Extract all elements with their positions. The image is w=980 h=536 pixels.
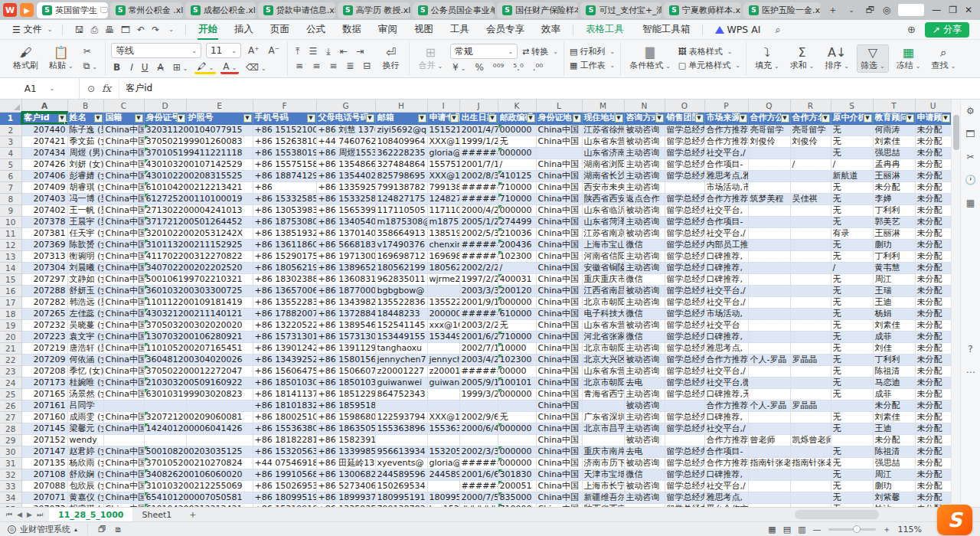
cell[interactable]: 710000 — [498, 331, 536, 342]
cell[interactable] — [427, 400, 459, 411]
cell[interactable]: 留学总经办 — [665, 262, 704, 273]
cell[interactable]: +86 13439252 — [253, 354, 316, 365]
cell[interactable]: 未分配 — [915, 159, 951, 170]
cell[interactable]: 207369 — [21, 239, 67, 250]
cell[interactable]: 207297 — [21, 273, 67, 285]
cell[interactable]: 新航道 — [831, 170, 873, 181]
row-header[interactable]: 19 — [0, 319, 21, 331]
cell[interactable]: China中国 — [536, 319, 582, 331]
cell[interactable]: 2001/7/14 — [459, 159, 498, 170]
column-header-C[interactable]: C — [103, 100, 144, 112]
cell[interactable]: 207304 — [21, 262, 67, 273]
cell[interactable]: 上海市长宁 — [582, 480, 624, 492]
cell[interactable]: 无 — [498, 136, 536, 147]
tab-table-tools[interactable]: 表格工具 — [577, 21, 632, 38]
cell[interactable] — [427, 285, 459, 296]
row-header[interactable]: 35 — [0, 503, 21, 507]
cell[interactable]: 未分配 — [915, 388, 951, 400]
cell[interactable]: 未分配 — [915, 250, 951, 262]
cell[interactable]: 留学总经办 — [665, 124, 704, 136]
cell[interactable]: 956613934 — [375, 446, 427, 457]
cell[interactable]: 赵君婷 (女 — [67, 446, 103, 457]
cell[interactable]: 口碑推荐, — [704, 273, 748, 285]
wrap-text-button[interactable]: ⏎ 换行 — [377, 45, 403, 72]
cell[interactable]: China中国 — [103, 273, 144, 285]
cell[interactable]: 山东省东营 — [582, 136, 624, 147]
cell[interactable]: +86 13657006 — [253, 285, 316, 296]
filter-header-cell[interactable]: 邮箱▼ — [375, 112, 427, 124]
cell[interactable]: China中国 — [103, 492, 144, 503]
finance-system-button[interactable]: ◎ 业财管理系统 ▴ — [8, 524, 77, 535]
cell[interactable]: 未分配 — [915, 181, 951, 193]
cell[interactable]: 360481200304020026 — [144, 354, 186, 365]
cell[interactable]: 胡睿琪 (女 — [67, 181, 103, 193]
cell[interactable]: +86 18141137 — [253, 388, 316, 400]
cell[interactable] — [103, 434, 144, 446]
filter-header-cell[interactable]: 手机号码▼ — [253, 112, 316, 124]
cell[interactable]: 799138782 — [375, 503, 427, 507]
cell[interactable]: XXX@163. — [427, 136, 459, 147]
cell[interactable] — [427, 342, 459, 354]
cell[interactable]: 210036 — [498, 227, 536, 239]
cell[interactable]: 124827175 — [427, 193, 459, 204]
row-header[interactable]: 27 — [0, 411, 21, 423]
cell[interactable]: 180562199 — [375, 262, 427, 273]
cell[interactable]: 主动咨询 — [624, 411, 665, 423]
cell[interactable]: China中国 — [103, 503, 144, 507]
cell[interactable]: 留学总经办 — [665, 319, 704, 331]
prev-sheet-icon[interactable]: ◀ — [17, 511, 22, 518]
cell[interactable]: 207160 — [21, 411, 67, 423]
menu-开始[interactable]: 开始 — [190, 21, 226, 38]
cell[interactable] — [748, 469, 790, 480]
cell[interactable]: China中国 — [536, 469, 582, 480]
cell[interactable]: 山东省东营 — [582, 319, 624, 331]
cell[interactable]: 207071 — [21, 492, 67, 503]
cell[interactable]: China中国 — [536, 204, 582, 216]
cell[interactable]: 32010220020531242X — [144, 227, 186, 239]
cell[interactable]: 200436 — [498, 239, 536, 250]
cell[interactable]: 成雨雯 (女 — [67, 411, 103, 423]
cell[interactable] — [748, 204, 790, 216]
cell[interactable]: 未分配 — [915, 285, 951, 296]
row-header[interactable]: 12 — [0, 239, 21, 250]
cell[interactable]: 强思喆 — [873, 457, 915, 469]
filter-header-cell[interactable]: 教育顾问▼ — [873, 112, 915, 124]
cell[interactable] — [748, 147, 790, 159]
filter-header-cell[interactable]: 市场来源▼ — [704, 112, 748, 124]
first-sheet-icon[interactable]: ⏮ — [6, 511, 12, 519]
cell[interactable]: 2000/6/4 — [459, 423, 498, 434]
cell[interactable]: 130703200106280921 — [144, 331, 186, 342]
cell[interactable]: 无 — [831, 136, 873, 147]
row-header[interactable]: 5 — [0, 159, 21, 170]
zoom-out-button[interactable]: — — [813, 525, 822, 534]
cell[interactable]: +86 17882007 — [253, 308, 316, 319]
cell[interactable]: China中国 — [536, 342, 582, 354]
cell[interactable]: 蒯玏 — [873, 480, 915, 492]
cell[interactable]: 刘俊伶 — [790, 136, 831, 147]
cell[interactable] — [748, 446, 790, 457]
cell[interactable]: 社交平台,/ — [704, 285, 748, 296]
cell[interactable]: 180995191 — [375, 492, 427, 503]
cell[interactable]: 无 — [831, 285, 873, 296]
zoom-slider-knob[interactable] — [853, 525, 861, 533]
name-box[interactable]: A1 ⌄ — [0, 78, 80, 99]
cell[interactable]: 未分配 — [873, 400, 915, 411]
file-tab[interactable]: S成都公积金.xlsx — [185, 2, 256, 18]
cell[interactable]: 被动咨询 — [624, 227, 665, 239]
filter-header-cell[interactable]: 姓名▼ — [67, 112, 103, 124]
cell[interactable]: +86 18874129 — [253, 170, 316, 181]
cell[interactable]: 无 — [831, 273, 873, 285]
wps-promo-badge[interactable]: S — [937, 505, 972, 535]
cell[interactable]: China中国 — [103, 308, 144, 319]
cell[interactable]: 207073 — [21, 503, 67, 507]
row-header[interactable]: 4 — [0, 147, 21, 159]
file-tab[interactable]: S医护五险一金.xlsx — [743, 2, 821, 18]
cell[interactable]: +86 18753080 — [253, 216, 316, 227]
cell[interactable]: China中国 — [103, 377, 144, 388]
close-button[interactable]: ✕ — [965, 5, 972, 15]
zoom-in-button[interactable]: ＋ — [883, 524, 891, 535]
cell[interactable]: ######### — [459, 193, 498, 204]
cell[interactable]: 强思喆 — [873, 147, 915, 159]
cell[interactable]: 留学总经办 — [665, 250, 704, 262]
cell[interactable]: 630103199903020823 — [144, 388, 186, 400]
